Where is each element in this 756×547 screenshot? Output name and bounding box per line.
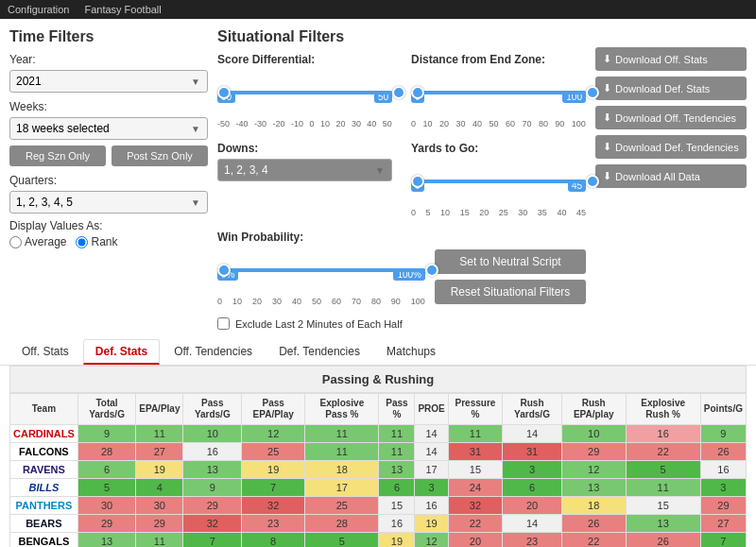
top-nav: Configuration Fantasy Football <box>0 0 756 19</box>
downs-select[interactable]: 1, 2, 3, 4 <box>217 159 392 181</box>
download-off-tend-button[interactable]: ⬇ Download Off. Tendencies <box>595 106 747 129</box>
download-icon-2: ⬇ <box>603 82 611 94</box>
stat-cell: 6 <box>77 461 136 479</box>
col-pass-pct: Pass % <box>379 394 415 425</box>
stat-cell: 11 <box>379 425 415 443</box>
distance-label: Distance from End Zone: <box>411 53 586 66</box>
stat-cell: 5 <box>305 533 379 548</box>
col-team: Team <box>10 394 78 425</box>
table-row: BEARS292932232816192214261327 <box>10 515 747 533</box>
tab-off-stats[interactable]: Off. Stats <box>9 339 81 365</box>
stat-cell: 11 <box>448 425 502 443</box>
win-prob-section: Win Probability: 0% 100% 010203040506070… <box>217 231 425 330</box>
download-panel: ⬇ Download Off. Stats ⬇ Download Def. St… <box>595 28 747 330</box>
stat-cell: 27 <box>700 515 746 533</box>
average-label: Average <box>25 235 66 248</box>
stat-cell: 20 <box>448 533 502 548</box>
stat-cell: 16 <box>379 515 415 533</box>
stat-cell: 11 <box>136 425 183 443</box>
tab-def-stats[interactable]: Def. Stats <box>83 339 160 365</box>
col-pass-epa: Pass EPA/Play <box>242 394 305 425</box>
stat-cell: 26 <box>561 515 626 533</box>
stat-cell: 14 <box>415 443 448 461</box>
year-label: Year: <box>9 53 208 66</box>
stat-cell: 25 <box>242 443 305 461</box>
passing-rushing-title: Passing & Rushing <box>9 366 747 393</box>
stat-cell: 23 <box>503 533 562 548</box>
time-filters-panel: Time Filters Year: 2021 2020 2019 Weeks:… <box>9 28 208 330</box>
tab-off-tendencies[interactable]: Off. Tendencies <box>162 339 265 365</box>
filter-row-1: Score Differential: 50 50 -50-40-30-20-1… <box>217 53 586 132</box>
stat-cell: 29 <box>183 497 242 515</box>
neutral-reset-buttons: Set to Neutral Script Reset Situational … <box>435 231 586 304</box>
stat-cell: 31 <box>503 443 562 461</box>
stat-cell: 5 <box>626 461 700 479</box>
situational-filters-panel: Situational Filters Score Differential: … <box>217 28 586 330</box>
table-row: BILLS5497176324613113 <box>10 479 747 497</box>
tab-matchups[interactable]: Matchups <box>374 339 448 365</box>
year-select[interactable]: 2021 2020 2019 <box>9 70 208 93</box>
stat-cell: 12 <box>561 461 626 479</box>
downs-group: Downs: 1, 2, 3, 4 <box>217 142 392 221</box>
stat-cell: 30 <box>77 497 136 515</box>
weeks-select-wrapper: 18 weeks selected <box>9 117 208 140</box>
reg-szn-button[interactable]: Reg Szn Only <box>9 145 106 166</box>
download-def-stats-button[interactable]: ⬇ Download Def. Stats <box>595 77 747 100</box>
team-cell: CARDINALS <box>10 425 78 443</box>
situational-filters-title: Situational Filters <box>217 28 586 45</box>
download-off-stats-button[interactable]: ⬇ Download Off. Stats <box>595 47 747 71</box>
weeks-select[interactable]: 18 weeks selected <box>9 117 208 140</box>
radio-group: Average Rank <box>9 235 208 248</box>
download-all-data-button[interactable]: ⬇ Download All Data <box>595 164 747 188</box>
reset-button[interactable]: Reset Situational Filters <box>435 280 586 304</box>
stat-cell: 11 <box>626 479 700 497</box>
distance-slider[interactable]: 0 100 0102030405060708090100 <box>411 70 586 132</box>
col-pass-yards: Pass Yards/G <box>183 394 242 425</box>
exclude-label: Exclude Last 2 Minutes of Each Half <box>235 318 403 330</box>
col-total-yards: Total Yards/G <box>77 394 136 425</box>
col-points: Points/G <box>700 394 746 425</box>
stat-cell: 14 <box>503 425 562 443</box>
stat-cell: 14 <box>503 515 562 533</box>
score-diff-label: Score Differential: <box>217 53 392 66</box>
team-cell: PANTHERS <box>10 497 78 515</box>
stat-cell: 20 <box>503 497 562 515</box>
average-radio[interactable] <box>9 236 22 248</box>
filter-row-2: Downs: 1, 2, 3, 4 Yards to Go: 0 45 <box>217 142 586 221</box>
average-radio-label[interactable]: Average <box>9 235 66 248</box>
rank-radio-label[interactable]: Rank <box>76 235 117 248</box>
exclude-checkbox[interactable] <box>217 317 230 330</box>
win-prob-slider[interactable]: 0% 100% 0102030405060708090100 <box>217 248 425 310</box>
team-cell: FALCONS <box>10 443 78 461</box>
nav-fantasy-football[interactable]: Fantasy Football <box>84 4 161 15</box>
download-def-tend-button[interactable]: ⬇ Download Def. Tendencies <box>595 135 747 159</box>
post-szn-button[interactable]: Post Szn Only <box>112 145 208 166</box>
stat-cell: 16 <box>183 443 242 461</box>
season-buttons: Reg Szn Only Post Szn Only <box>9 145 208 166</box>
stat-cell: 13 <box>379 461 415 479</box>
neutral-script-button[interactable]: Set to Neutral Script <box>435 249 586 274</box>
score-diff-slider[interactable]: 50 50 -50-40-30-20-1001020304050 <box>217 70 392 132</box>
yards-to-go-slider[interactable]: 0 45 051015202530354045 <box>411 159 586 221</box>
downs-select-wrapper: 1, 2, 3, 4 <box>217 159 392 181</box>
stat-cell: 27 <box>136 443 183 461</box>
tab-def-tendencies[interactable]: Def. Tendencies <box>266 339 372 365</box>
rank-label: Rank <box>91 235 117 248</box>
display-values-section: Display Values As: Average Rank <box>9 219 208 248</box>
stat-cell: 19 <box>136 461 183 479</box>
nav-configuration[interactable]: Configuration <box>8 4 69 15</box>
stat-cell: 16 <box>700 461 746 479</box>
stat-cell: 5 <box>77 479 136 497</box>
score-diff-group: Score Differential: 50 50 -50-40-30-20-1… <box>217 53 392 132</box>
stat-cell: 16 <box>415 497 448 515</box>
stat-cell: 19 <box>379 533 415 548</box>
stat-cell: 18 <box>305 461 379 479</box>
table-container: Passing & Rushing Team Total Yards/G EPA… <box>0 366 756 547</box>
quarters-select[interactable]: 1, 2, 3, 4, 5 <box>9 191 208 214</box>
yards-to-go-label: Yards to Go: <box>411 142 586 155</box>
stat-cell: 32 <box>448 497 502 515</box>
rank-radio[interactable] <box>76 236 88 248</box>
col-epa-play: EPA/Play <box>136 394 183 425</box>
stat-cell: 16 <box>626 425 700 443</box>
stat-cell: 15 <box>448 461 502 479</box>
